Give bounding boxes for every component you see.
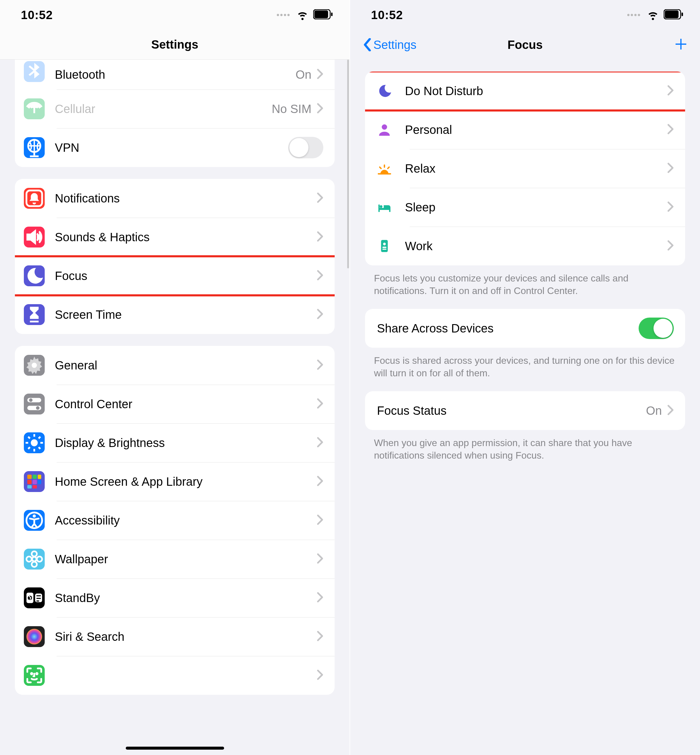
- row-relax[interactable]: Relax: [365, 149, 685, 188]
- status-icons: ••••: [277, 8, 333, 22]
- row-label: Sounds & Haptics: [55, 230, 317, 244]
- page-title: Settings: [0, 38, 350, 51]
- row-label: Control Center: [55, 398, 317, 411]
- svg-rect-42: [36, 600, 39, 602]
- row-label: General: [55, 359, 317, 372]
- wifi-icon: [296, 8, 309, 22]
- chevron-right-icon: [317, 437, 323, 449]
- row-share-across-devices[interactable]: Share Across Devices: [365, 309, 685, 348]
- chevron-right-icon: [317, 476, 323, 487]
- svg-rect-40: [36, 595, 41, 596]
- battery-icon: [313, 9, 333, 20]
- scroll-indicator[interactable]: [347, 60, 349, 268]
- svg-rect-1: [314, 11, 328, 18]
- focus-list[interactable]: Do Not DisturbPersonalRelaxSleepWorkFocu…: [350, 60, 700, 755]
- row-do-not-disturb[interactable]: Do Not Disturb: [365, 72, 685, 110]
- svg-rect-22: [33, 475, 37, 479]
- settings-group: NotificationsSounds & HapticsFocusScreen…: [15, 179, 334, 334]
- svg-rect-59: [382, 247, 386, 248]
- svg-point-56: [380, 205, 382, 208]
- group-footer: When you give an app permission, it can …: [374, 437, 676, 462]
- row-general[interactable]: General: [15, 346, 334, 385]
- row-label: Siri & Search: [55, 630, 317, 644]
- row-sounds-haptics[interactable]: Sounds & Haptics: [15, 218, 334, 257]
- faceid-icon: [24, 665, 45, 686]
- chevron-right-icon: [317, 514, 323, 526]
- row-screen-time[interactable]: Screen Time: [15, 295, 334, 334]
- row-work[interactable]: Work: [365, 227, 685, 265]
- svg-line-54: [380, 167, 381, 169]
- svg-rect-60: [382, 249, 386, 249]
- svg-point-32: [32, 557, 37, 561]
- row-vpn[interactable]: VPN: [15, 128, 334, 167]
- svg-rect-23: [38, 475, 41, 479]
- chevron-right-icon: [317, 103, 323, 115]
- svg-point-51: [382, 124, 387, 130]
- row-notifications[interactable]: Notifications: [15, 179, 334, 218]
- back-label: Settings: [373, 38, 417, 52]
- svg-point-31: [33, 514, 36, 518]
- row-bluetooth[interactable]: BluetoothOn: [15, 60, 334, 89]
- chevron-right-icon: [317, 270, 323, 282]
- row-personal[interactable]: Personal: [365, 110, 685, 149]
- svg-point-34: [31, 562, 37, 567]
- row-control-center[interactable]: Control Center: [15, 385, 334, 423]
- access-icon: [24, 510, 45, 531]
- focus-screen: 10:52 •••• Settings Focus Do Not Disturb…: [350, 0, 700, 755]
- row-label: Notifications: [55, 192, 317, 205]
- status-time: 10:52: [371, 8, 403, 22]
- row-[interactable]: [15, 656, 334, 695]
- toggle[interactable]: [288, 137, 323, 158]
- svg-rect-25: [33, 480, 37, 484]
- chevron-right-icon: [667, 85, 674, 97]
- svg-point-12: [31, 439, 38, 446]
- row-accessibility[interactable]: Accessibility: [15, 501, 334, 540]
- row-label: Focus Status: [377, 404, 646, 417]
- chevron-right-icon: [317, 231, 323, 243]
- row-cellular[interactable]: CellularNo SIM: [15, 89, 334, 128]
- chevron-right-icon: [317, 669, 323, 681]
- row-standby[interactable]: StandBy: [15, 578, 334, 617]
- svg-rect-27: [27, 485, 32, 489]
- moon-icon: [24, 265, 45, 286]
- sunrise-icon: [374, 158, 395, 179]
- battery-icon: [664, 9, 683, 20]
- row-value: On: [646, 404, 662, 417]
- row-sleep[interactable]: Sleep: [365, 188, 685, 227]
- row-focus[interactable]: Focus: [15, 257, 334, 295]
- chevron-right-icon: [317, 309, 323, 321]
- chevron-right-icon: [667, 124, 674, 136]
- svg-rect-2: [331, 13, 333, 16]
- group-footer: Focus lets you customize your devices an…: [374, 272, 676, 297]
- row-siri-search[interactable]: Siri & Search: [15, 617, 334, 656]
- svg-rect-24: [27, 480, 32, 484]
- row-display-brightness[interactable]: Display & Brightness: [15, 423, 334, 462]
- bell-icon: [24, 188, 45, 209]
- sun-icon: [24, 432, 45, 453]
- home-indicator[interactable]: [126, 747, 224, 750]
- row-focus-status[interactable]: Focus StatusOn: [365, 391, 685, 430]
- row-home-screen-app-library[interactable]: Home Screen & App Library: [15, 462, 334, 501]
- svg-point-11: [36, 406, 40, 410]
- nav-bar: Settings: [0, 30, 350, 60]
- group-footer: Focus is shared across your devices, and…: [374, 354, 676, 379]
- toggle[interactable]: [639, 318, 674, 339]
- svg-point-9: [29, 398, 33, 402]
- svg-point-43: [27, 629, 42, 645]
- svg-point-45: [36, 673, 38, 675]
- row-value: No SIM: [272, 102, 311, 116]
- badge-icon: [374, 236, 395, 257]
- row-label: VPN: [55, 141, 288, 155]
- row-label: Personal: [405, 123, 667, 136]
- cellular-icon: [24, 99, 45, 119]
- svg-rect-29: [38, 485, 41, 489]
- hourglass-icon: [24, 304, 45, 325]
- row-wallpaper[interactable]: Wallpaper: [15, 540, 334, 578]
- settings-list[interactable]: BluetoothOnCellularNo SIMVPNNotification…: [0, 60, 350, 755]
- back-button[interactable]: Settings: [362, 38, 417, 52]
- settings-group: BluetoothOnCellularNo SIMVPN: [15, 60, 334, 167]
- add-button[interactable]: [674, 37, 688, 52]
- switches-icon: [24, 393, 45, 415]
- row-label: Cellular: [55, 102, 272, 116]
- svg-rect-48: [681, 13, 683, 16]
